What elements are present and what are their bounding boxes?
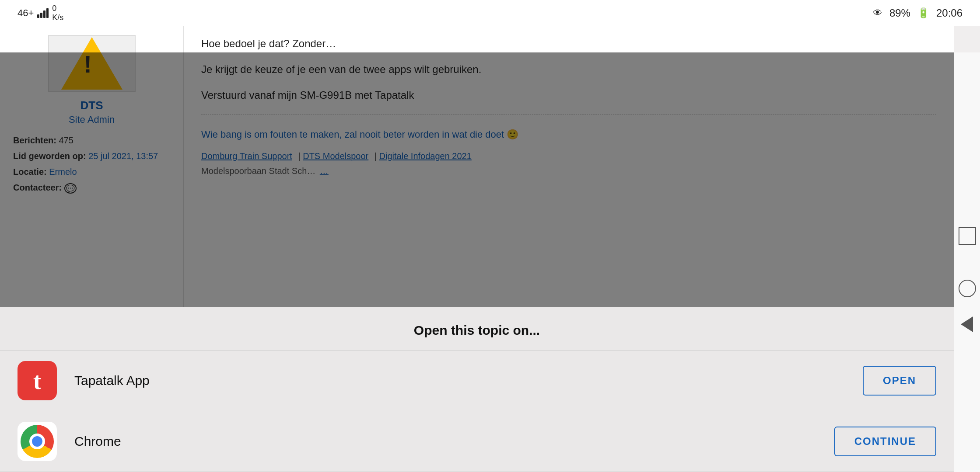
open-topic-dialog: Open this topic on... t Tapatalk App OPE… xyxy=(0,307,954,472)
main-content: DTS Site Admin Berichten: 475 Lid geword… xyxy=(0,26,980,472)
status-right: 👁 89% 🔋 20:06 xyxy=(873,7,962,19)
signal-bars xyxy=(37,8,49,18)
chrome-icon xyxy=(18,422,57,461)
tapatalk-option: t Tapatalk App OPEN xyxy=(0,351,954,411)
square-button[interactable] xyxy=(959,227,976,245)
dialog-title: Open this topic on... xyxy=(0,307,954,351)
speed-text: 0 K/s xyxy=(52,4,63,22)
battery-icon: 🔋 xyxy=(917,7,929,19)
chrome-option: Chrome CONTINUE xyxy=(0,411,954,472)
bar4 xyxy=(46,8,49,18)
time-display: 20:06 xyxy=(936,7,962,19)
tapatalk-letter: t xyxy=(33,367,41,395)
tapatalk-app-name: Tapatalk App xyxy=(74,373,845,388)
status-bar: 46+ 0 K/s 👁 89% 🔋 20:06 xyxy=(0,0,980,26)
chrome-inner-circle xyxy=(29,434,45,449)
back-button[interactable] xyxy=(961,316,973,332)
bar1 xyxy=(37,14,39,18)
tapatalk-icon: t xyxy=(18,361,57,400)
chrome-outer-ring xyxy=(21,425,54,458)
chrome-app-name: Chrome xyxy=(74,434,817,449)
bar2 xyxy=(40,13,42,18)
nav-bar xyxy=(954,52,980,472)
bar3 xyxy=(43,10,46,18)
chrome-continue-button[interactable]: CONTINUE xyxy=(834,427,936,456)
eye-icon: 👁 xyxy=(873,7,882,19)
carrier-text: 46+ xyxy=(18,7,34,19)
tapatalk-open-button[interactable]: OPEN xyxy=(863,366,936,396)
battery-pct: 89% xyxy=(889,7,910,19)
status-left: 46+ 0 K/s xyxy=(18,4,63,22)
circle-button[interactable] xyxy=(959,280,976,297)
post-line1: Hoe bedoel je dat? Zonder… xyxy=(201,35,936,53)
